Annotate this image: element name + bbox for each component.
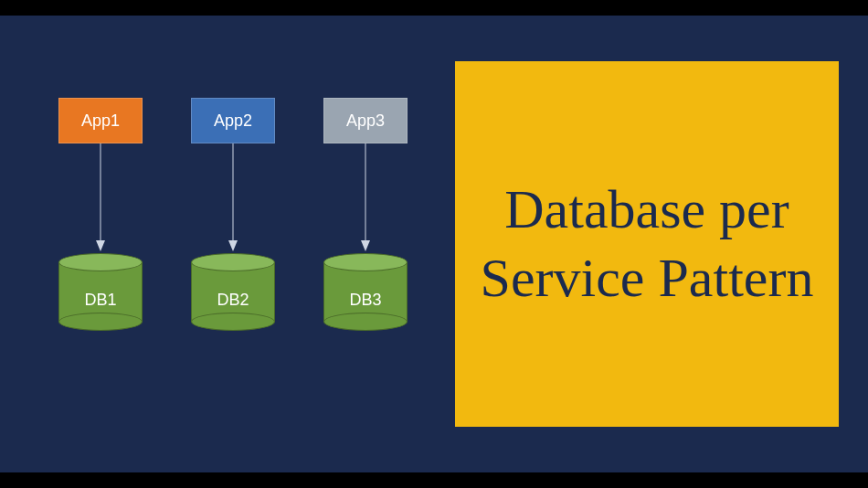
arrow-3 — [365, 143, 366, 253]
app-box-3: App3 — [323, 98, 408, 143]
app-box-1: App1 — [58, 98, 143, 143]
title-panel: Database per Service Pattern — [455, 61, 839, 427]
service-column-1: App1 DB1 — [46, 98, 155, 331]
app-label: App1 — [81, 111, 120, 131]
db-label: DB1 — [58, 291, 143, 310]
slide-title: Database per Service Pattern — [473, 175, 820, 313]
architecture-diagram: App1 DB1 App2 — [37, 98, 429, 408]
arrow-1 — [100, 143, 101, 253]
svg-marker-5 — [361, 240, 370, 251]
db-cylinder-2: DB2 — [191, 253, 275, 331]
svg-marker-3 — [228, 240, 238, 251]
db-cylinder-1: DB1 — [58, 253, 143, 331]
service-column-2: App2 DB2 — [178, 98, 288, 331]
app-box-2: App2 — [191, 98, 275, 143]
app-label: App2 — [214, 111, 252, 131]
svg-marker-1 — [96, 240, 105, 251]
service-column-3: App3 DB3 — [311, 98, 420, 331]
arrow-2 — [232, 143, 234, 253]
db-label: DB3 — [323, 291, 408, 310]
app-label: App3 — [346, 111, 385, 131]
db-cylinder-3: DB3 — [323, 253, 408, 331]
slide-canvas: App1 DB1 App2 — [0, 16, 868, 472]
db-label: DB2 — [191, 291, 275, 310]
